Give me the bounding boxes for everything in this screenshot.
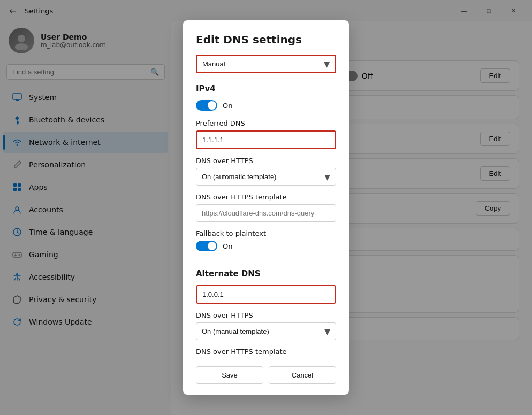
alt-dns-over-https-label: DNS over HTTPS bbox=[196, 311, 336, 319]
https-chevron-icon: ▼ bbox=[324, 173, 336, 181]
alt-dns-https-dropdown-wrapper: On (manual template) Off On (automatic t… bbox=[196, 322, 336, 340]
mode-chevron-icon: ▼ bbox=[324, 60, 335, 68]
alt-https-chevron-icon: ▼ bbox=[324, 327, 336, 336]
dns-https-dropdown-wrapper: On (automatic template) Off On (manual t… bbox=[196, 168, 336, 186]
ipv4-toggle[interactable] bbox=[196, 100, 217, 111]
fallback-toggle-label: On bbox=[223, 242, 232, 250]
dns-https-template-wrapper bbox=[196, 204, 336, 222]
cancel-button[interactable]: Cancel bbox=[269, 366, 336, 384]
alternate-dns-input[interactable] bbox=[197, 286, 335, 303]
preferred-dns-input[interactable] bbox=[197, 132, 335, 148]
edit-dns-dialog: Edit DNS settings Manual Automatic (DHCP… bbox=[183, 20, 349, 395]
fallback-toggle[interactable] bbox=[196, 241, 217, 251]
dns-over-https-label: DNS over HTTPS bbox=[196, 157, 336, 165]
dns-https-template-input[interactable] bbox=[196, 205, 336, 221]
dns-mode-dropdown-wrapper: Manual Automatic (DHCP) Off ▼ bbox=[196, 55, 336, 73]
dialog-title: Edit DNS settings bbox=[196, 33, 336, 46]
alternate-dns-field-wrapper bbox=[196, 285, 336, 304]
dns-https-select[interactable]: On (automatic template) Off On (manual t… bbox=[196, 168, 324, 185]
fallback-toggle-knob bbox=[208, 242, 216, 250]
dialog-footer: Save Cancel bbox=[196, 366, 336, 384]
modal-overlay[interactable]: Edit DNS settings Manual Automatic (DHCP… bbox=[0, 0, 532, 415]
dialog-divider bbox=[196, 260, 336, 260]
alt-dns-https-template-label: DNS over HTTPS template bbox=[196, 348, 336, 356]
save-button[interactable]: Save bbox=[196, 366, 263, 384]
dns-mode-select[interactable]: Manual Automatic (DHCP) Off bbox=[197, 56, 324, 72]
fallback-toggle-row: On bbox=[196, 241, 336, 251]
preferred-dns-label: Preferred DNS bbox=[196, 119, 336, 127]
alternate-dns-section-title: Alternate DNS bbox=[196, 269, 336, 279]
settings-window: ← Settings — □ ✕ User Demo m_lab@outlook… bbox=[0, 0, 532, 415]
dns-https-template-label: DNS over HTTPS template bbox=[196, 193, 336, 201]
preferred-dns-field-wrapper bbox=[196, 130, 336, 149]
fallback-label: Fallback to plaintext bbox=[196, 229, 336, 237]
ipv4-toggle-label: On bbox=[223, 102, 232, 110]
ipv4-section-title: IPv4 bbox=[196, 84, 336, 94]
alt-dns-https-select[interactable]: On (manual template) Off On (automatic t… bbox=[196, 323, 324, 340]
ipv4-toggle-knob bbox=[208, 101, 216, 110]
ipv4-toggle-row: On bbox=[196, 100, 336, 111]
